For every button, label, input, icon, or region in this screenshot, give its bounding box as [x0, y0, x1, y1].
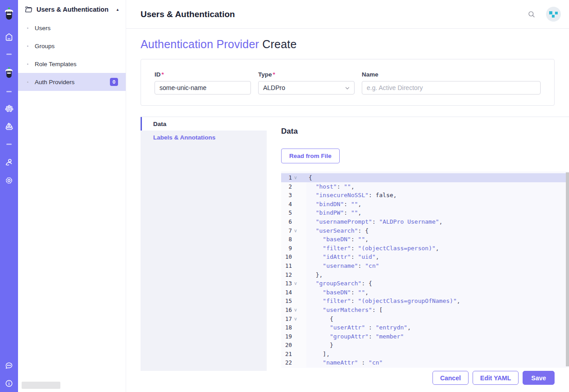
code-text: "host": "", — [306, 182, 569, 191]
code-line[interactable]: 11 "username": "cn" — [281, 261, 569, 270]
info-icon[interactable] — [0, 378, 18, 388]
tab-data-label: Data — [153, 121, 166, 127]
type-field-group: Type* ALDPro — [258, 71, 355, 95]
code-line[interactable]: 15 "filter": "(objectClass=groupOfNames)… — [281, 297, 569, 306]
feedback-chat-icon[interactable] — [0, 360, 18, 370]
code-line[interactable]: 19 "groupAttr": "member" — [281, 332, 569, 341]
code-line[interactable]: 10 "idAttr": "uid", — [281, 252, 569, 261]
id-field-group: ID* — [155, 71, 251, 95]
id-input[interactable] — [155, 81, 251, 95]
page-title-action: Create — [262, 38, 296, 50]
code-text: } — [306, 341, 569, 350]
type-select[interactable]: ALDPro — [258, 81, 355, 95]
line-gutter: 19 — [281, 332, 306, 341]
code-line[interactable]: 8 "baseDN": "", — [281, 235, 569, 244]
users-icon[interactable] — [0, 158, 18, 167]
count-badge: 0 — [110, 78, 118, 86]
rail-divider — [6, 144, 12, 145]
code-text: "baseDN": "", — [306, 235, 569, 244]
line-gutter: 10 — [281, 252, 306, 261]
sidebar-item-role-templates[interactable]: Role Templates — [18, 55, 126, 73]
code-text: "bindDN": "", — [306, 200, 569, 209]
code-line[interactable]: 21 ], — [281, 350, 569, 359]
code-line[interactable]: 14 "baseDN": "", — [281, 288, 569, 297]
editor-scrollbar[interactable] — [566, 172, 569, 366]
fold-chevron-icon[interactable]: v — [292, 279, 299, 288]
folder-icon — [24, 5, 32, 14]
required-asterisk: * — [162, 71, 164, 78]
code-line[interactable]: 18 "userAttr" : "entrydn", — [281, 323, 569, 332]
sidebar-item-users[interactable]: Users — [18, 19, 126, 37]
line-gutter: 3 — [281, 191, 306, 200]
type-label: Type* — [258, 71, 355, 78]
sidebar-group-users-authentication[interactable]: Users & Authentication ▲ — [18, 0, 126, 19]
code-text: "usernamePrompt": "ALDPro Username", — [306, 217, 569, 226]
sidebar-item-label: Users — [35, 25, 50, 32]
code-line[interactable]: 2 "host": "", — [281, 182, 569, 191]
bullet-dot-icon — [27, 27, 28, 29]
bullet-dot-icon — [27, 81, 28, 83]
code-line[interactable]: 9 "filter": "(objectClass=person)", — [281, 244, 569, 253]
sailboat-icon[interactable] — [0, 122, 18, 132]
sidebar: Users & Authentication ▲ Users Groups Ro… — [18, 0, 126, 392]
code-line[interactable]: 3 "insecureNoSSL": false, — [281, 191, 569, 200]
name-input[interactable] — [362, 81, 541, 95]
sidebar-item-groups[interactable]: Groups — [18, 37, 126, 55]
content-row: Data Labels & Annotations Data Read from… — [141, 117, 569, 371]
code-text: }, — [306, 270, 569, 279]
app-logo-captain-icon[interactable] — [0, 7, 18, 21]
code-text: "userMatchers": [ — [306, 306, 569, 315]
edit-yaml-button[interactable]: Edit YAML — [473, 371, 519, 385]
search-icon[interactable] — [527, 10, 536, 19]
code-text: "filter": "(objectClass=person)", — [306, 244, 569, 253]
code-line[interactable]: 17v { — [281, 315, 569, 324]
rail-divider — [6, 91, 12, 92]
version-skeleton-placeholder — [22, 382, 60, 389]
user-avatar-identicon[interactable] — [546, 7, 561, 22]
tab-labels-annotations[interactable]: Labels & Annotations — [141, 131, 267, 144]
auth-provider-breadcrumb-link[interactable]: Authentication Provider — [141, 38, 259, 50]
sidebar-group-label: Users & Authentication — [36, 6, 109, 13]
fold-chevron-icon[interactable]: v — [292, 226, 299, 235]
line-gutter: 5 — [281, 208, 306, 217]
line-gutter: 4 — [281, 200, 306, 209]
home-icon[interactable] — [0, 32, 18, 42]
line-gutter: 2 — [281, 182, 306, 191]
code-line[interactable]: 12 }, — [281, 270, 569, 279]
code-text: "groupSearch": { — [306, 279, 569, 288]
fleet-circles-icon[interactable] — [0, 104, 18, 114]
code-line[interactable]: 22 "nameAttr" : "cn" — [281, 358, 569, 367]
cluster-captain-icon[interactable] — [0, 67, 18, 79]
sidebar-item-auth-providers[interactable]: Auth Providers 0 — [18, 73, 126, 91]
code-line[interactable]: 6 "usernamePrompt": "ALDPro Username", — [281, 217, 569, 226]
collapse-caret-icon[interactable]: ▲ — [116, 8, 119, 12]
rail-divider — [6, 54, 12, 55]
code-text: "nameAttr" : "cn" — [306, 358, 569, 367]
code-text: "baseDN": "", — [306, 288, 569, 297]
code-line[interactable]: 1v{ — [281, 173, 569, 182]
fold-chevron-icon[interactable]: v — [292, 173, 299, 182]
data-panel: Data Read from File 1v{2 "host": "",3 "i… — [281, 117, 569, 371]
code-line[interactable]: 5 "bindPW": "", — [281, 208, 569, 217]
save-button[interactable]: Save — [523, 371, 555, 385]
icon-rail — [0, 0, 18, 392]
sidebar-item-label: Groups — [35, 43, 55, 50]
fold-chevron-icon[interactable]: v — [292, 306, 299, 315]
line-gutter: 21 — [281, 350, 306, 359]
settings-gear-icon[interactable] — [0, 176, 18, 185]
code-editor[interactable]: 1v{2 "host": "",3 "insecureNoSSL": false… — [281, 171, 569, 368]
line-gutter: 14 — [281, 288, 306, 297]
code-line[interactable]: 20 } — [281, 341, 569, 350]
code-line[interactable]: 7v "userSearch": { — [281, 226, 569, 235]
name-label: Name — [362, 71, 541, 78]
tab-data[interactable]: Data — [141, 117, 267, 131]
code-line[interactable]: 13v "groupSearch": { — [281, 279, 569, 288]
line-gutter: 22 — [281, 358, 306, 367]
required-asterisk: * — [273, 71, 275, 78]
code-line[interactable]: 16v "userMatchers": [ — [281, 306, 569, 315]
cancel-button[interactable]: Cancel — [432, 371, 469, 385]
code-line[interactable]: 4 "bindDN": "", — [281, 200, 569, 209]
read-from-file-button[interactable]: Read from File — [281, 149, 340, 163]
line-gutter: 7v — [281, 226, 306, 235]
fold-chevron-icon[interactable]: v — [292, 315, 299, 324]
